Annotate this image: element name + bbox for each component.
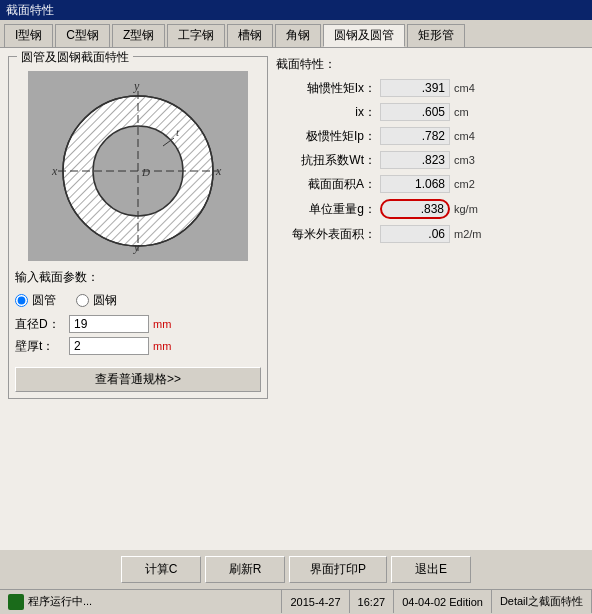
prop-value-ix2 (380, 103, 450, 121)
prop-unit-surface: m2/m (454, 228, 482, 240)
prop-label-weight: 单位重量g： (286, 201, 376, 218)
input-section: 输入截面参数： 圆管 圆钢 直径D： mm (15, 269, 261, 392)
refresh-button[interactable]: 刷新R (205, 556, 285, 583)
thickness-row: 壁厚t： mm (15, 337, 261, 355)
prop-row-surface: 每米外表面积： m2/m (286, 225, 584, 243)
prop-row-ix: 轴惯性矩Ix： cm4 (286, 79, 584, 97)
status-date: 2015-4-27 (282, 590, 349, 613)
diameter-input[interactable] (69, 315, 149, 333)
prop-unit-weight: kg/m (454, 203, 478, 215)
prop-label-ix2: ix： (286, 104, 376, 121)
diameter-row: 直径D： mm (15, 315, 261, 333)
title-bar: 截面特性 (0, 0, 592, 20)
group-box: 圆管及圆钢截面特性 (8, 56, 268, 399)
tab-round-tube[interactable]: 圆钢及圆管 (323, 24, 405, 47)
exit-button[interactable]: 退出E (391, 556, 471, 583)
status-running-label: 程序运行中... (28, 594, 92, 609)
svg-text:x: x (51, 164, 58, 178)
prop-row-area: 截面面积A： cm2 (286, 175, 584, 193)
svg-text:y: y (133, 240, 140, 254)
radio-solid-label: 圆钢 (93, 292, 117, 309)
prop-unit-ix: cm4 (454, 82, 475, 94)
radio-tube-label: 圆管 (32, 292, 56, 309)
properties-title: 截面特性： (276, 56, 584, 73)
radio-tube[interactable]: 圆管 (15, 292, 56, 309)
cross-section-diagram: y x x y D t (38, 76, 238, 256)
prop-row-ix2: ix： cm (286, 103, 584, 121)
status-edition: 04-04-02 Edition (394, 590, 492, 613)
calculate-button[interactable]: 计算C (121, 556, 201, 583)
main-content: 圆管及圆钢截面特性 (0, 48, 592, 550)
prop-label-wt: 抗扭系数Wt： (286, 152, 376, 169)
tab-c-steel[interactable]: C型钢 (55, 24, 110, 47)
prop-row-wt: 抗扭系数Wt： cm3 (286, 151, 584, 169)
svg-text:x: x (215, 164, 222, 178)
prop-value-ix (380, 79, 450, 97)
prop-label-area: 截面面积A： (286, 176, 376, 193)
left-panel: 圆管及圆钢截面特性 (8, 56, 268, 542)
prop-label-ix: 轴惯性矩Ix： (286, 80, 376, 97)
prop-value-ip (380, 127, 450, 145)
thickness-unit: mm (153, 340, 171, 352)
prop-label-surface: 每米外表面积： (286, 226, 376, 243)
radio-solid[interactable]: 圆钢 (76, 292, 117, 309)
prop-unit-ix2: cm (454, 106, 469, 118)
prop-value-weight (380, 199, 450, 219)
tab-angle[interactable]: 角钢 (275, 24, 321, 47)
tabs-bar: I型钢 C型钢 Z型钢 工字钢 槽钢 角钢 圆钢及圆管 矩形管 (0, 20, 592, 48)
prop-row-ip: 极惯性矩Ip： cm4 (286, 127, 584, 145)
status-running: 程序运行中... (0, 590, 282, 613)
diameter-unit: mm (153, 318, 171, 330)
prop-label-ip: 极惯性矩Ip： (286, 128, 376, 145)
status-bar: 程序运行中... 2015-4-27 16:27 04-04-02 Editio… (0, 589, 592, 613)
group-box-title: 圆管及圆钢截面特性 (17, 49, 133, 66)
prop-unit-wt: cm3 (454, 154, 475, 166)
thickness-input[interactable] (69, 337, 149, 355)
print-button[interactable]: 界面打印P (289, 556, 387, 583)
prop-unit-area: cm2 (454, 178, 475, 190)
tab-i-beam[interactable]: 工字钢 (167, 24, 225, 47)
diagram-area: y x x y D t (28, 71, 248, 261)
lookup-button[interactable]: 查看普通规格>> (15, 367, 261, 392)
bottom-buttons: 计算C 刷新R 界面打印P 退出E (0, 550, 592, 589)
prop-row-weight: 单位重量g： kg/m (286, 199, 584, 219)
prop-value-surface (380, 225, 450, 243)
status-icon (8, 594, 24, 610)
status-detail: Detail之截面特性 (492, 590, 592, 613)
svg-text:D: D (141, 166, 150, 178)
thickness-label: 壁厚t： (15, 338, 65, 355)
tab-channel[interactable]: 槽钢 (227, 24, 273, 47)
diameter-label: 直径D： (15, 316, 65, 333)
prop-value-area (380, 175, 450, 193)
tab-i-steel[interactable]: I型钢 (4, 24, 53, 47)
radio-row: 圆管 圆钢 (15, 292, 261, 309)
window-title: 截面特性 (6, 2, 54, 19)
prop-unit-ip: cm4 (454, 130, 475, 142)
status-time: 16:27 (350, 590, 395, 613)
prop-value-wt (380, 151, 450, 169)
tab-z-steel[interactable]: Z型钢 (112, 24, 165, 47)
tab-rect-tube[interactable]: 矩形管 (407, 24, 465, 47)
input-section-title: 输入截面参数： (15, 269, 261, 286)
right-panel: 截面特性： 轴惯性矩Ix： cm4 ix： cm 极惯性矩Ip： cm4 抗扭系… (276, 56, 584, 542)
svg-text:y: y (133, 79, 140, 93)
